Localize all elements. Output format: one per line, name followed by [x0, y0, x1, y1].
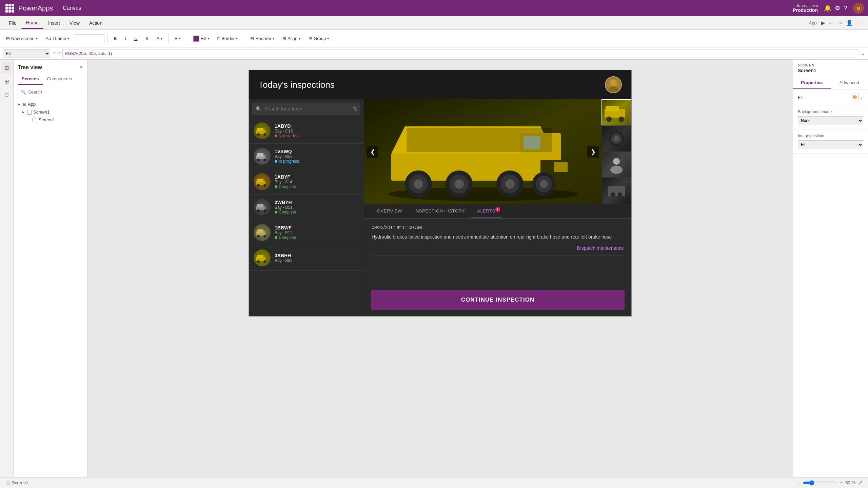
status-dot-1bbwf — [275, 236, 277, 239]
zoom-slider[interactable] — [803, 480, 837, 486]
divider-line — [372, 256, 624, 256]
tree-item-screen1-child[interactable]: Screen1 — [14, 116, 87, 124]
thumb-2[interactable] — [601, 125, 631, 151]
screen1-checkbox[interactable] — [27, 110, 32, 115]
sidebar-icon-data[interactable]: ⊞ — [1, 76, 12, 87]
font-color-button[interactable]: A ▾ — [153, 34, 166, 43]
redo-button[interactable]: ↪ — [837, 20, 842, 26]
tree-item-app[interactable]: ▶ ⊞ App — [14, 100, 87, 108]
bold-button[interactable]: B — [110, 34, 120, 43]
truck-item-1bbwf[interactable]: 1BBWF Bay - F11 Complete — [249, 220, 364, 245]
tab-inspection-history[interactable]: INSPECTION HISTORY — [408, 204, 471, 218]
alert-content: 09/23/2017 at 11:00 AM Hydraulic brakes … — [364, 219, 631, 290]
canvas-area: Today's inspections — [87, 60, 793, 477]
alert-date: 09/23/2017 at 11:00 AM — [372, 225, 624, 230]
fill-paint-icon[interactable]: 🎨 — [851, 94, 859, 101]
font-color-chevron: ▾ — [161, 37, 162, 40]
menu-insert[interactable]: Insert — [43, 18, 65, 28]
panel-screen-name: Screen1 — [793, 67, 868, 77]
tree-item-screen1[interactable]: ▶ Screen1 — [14, 108, 87, 116]
image-pos-select[interactable]: Fit — [798, 140, 863, 149]
italic-button[interactable]: I — [121, 34, 130, 43]
menu-file[interactable]: File — [4, 18, 21, 28]
settings-button[interactable]: ⚙ — [835, 4, 840, 12]
tab-overview[interactable]: OVERVIEW — [371, 204, 408, 218]
panel-tab-advanced[interactable]: Advanced — [831, 77, 868, 89]
tree-search-input[interactable] — [28, 89, 80, 95]
help-button[interactable]: ? — [844, 5, 847, 12]
menu-action[interactable]: Action — [84, 18, 107, 28]
menu-home[interactable]: Home — [21, 17, 43, 29]
undo-button[interactable]: ↩ — [829, 20, 833, 26]
truck-item-1abyd[interactable]: 1ABYD Bay - C15 Not started — [249, 118, 364, 144]
panel-screen-label: SCREEN — [793, 60, 868, 67]
underline-button[interactable]: U — [131, 34, 141, 43]
preview-play-button[interactable]: ▶ — [821, 20, 825, 26]
zoom-minus-button[interactable]: - — [798, 480, 800, 486]
svg-rect-32 — [554, 162, 568, 172]
formula-input[interactable] — [62, 49, 858, 58]
align-items-chevron: ▾ — [299, 37, 300, 40]
sidebar-icon-tree[interactable]: ⊟ — [1, 62, 12, 73]
zoom-controls: - + 50 % ⤢ — [798, 480, 863, 486]
strikethrough-button[interactable]: S̶ — [142, 34, 152, 43]
thumb-4[interactable] — [601, 178, 631, 204]
tree-search-box: 🔍 — [18, 88, 83, 96]
truck-status-2wbyh: Complete — [275, 210, 359, 215]
thumb-3[interactable] — [601, 151, 631, 178]
thumb-1[interactable] — [601, 99, 631, 125]
continue-inspection-button[interactable]: CONTINUE INSPECTION — [371, 290, 625, 310]
truck-item-1vswq[interactable]: 1VSWQ Bay - B52 In progress — [249, 144, 364, 169]
svg-rect-45 — [407, 128, 552, 152]
nav-arrow-right[interactable]: ❯ — [587, 146, 599, 158]
menu-view[interactable]: View — [65, 18, 84, 28]
screen1-child-checkbox[interactable] — [33, 118, 37, 122]
canvas-label: Canvas — [63, 5, 81, 11]
color-picker-box[interactable] — [74, 34, 104, 43]
notification-button[interactable]: 🔔 — [824, 4, 831, 12]
truck-item-2wbyh[interactable]: 2WBYH Bay - B51 Complete — [249, 195, 364, 220]
tab-alerts[interactable]: ALERTS ! — [471, 204, 501, 218]
dispatch-maintenance-link[interactable]: Dispatch maintenance — [577, 245, 624, 251]
truck-search-input[interactable] — [252, 103, 360, 115]
align-items-icon: ⊞ — [282, 36, 286, 41]
tab-screens[interactable]: Screens — [18, 74, 43, 85]
waffle-menu[interactable] — [4, 3, 15, 14]
tab-components[interactable]: Components — [43, 74, 76, 85]
fit-screen-button[interactable]: ⤢ — [858, 480, 863, 486]
truck-item-3abhh[interactable]: 3ABHH Bay - B09 — [249, 245, 364, 271]
close-tree-button[interactable]: × — [79, 64, 83, 71]
user-avatar[interactable]: U — [853, 3, 864, 14]
more-button[interactable]: ··· — [857, 20, 861, 26]
fill-expand-button[interactable]: ⌄ — [860, 95, 863, 100]
group-chevron: ▾ — [327, 37, 329, 40]
alert-message: Hydraulic brakes failed inspection and n… — [372, 233, 624, 241]
truck-id-1abyf: 1ABYF — [275, 174, 359, 180]
bg-image-select[interactable]: None — [798, 116, 863, 125]
zoom-plus-button[interactable]: + — [840, 480, 843, 486]
group-button[interactable]: ⊟ Group ▾ — [305, 34, 332, 43]
panel-bg-image-section: Background image None — [793, 105, 868, 129]
svg-rect-7 — [257, 153, 263, 157]
new-screen-button[interactable]: ⊞ New screen ▾ — [3, 34, 41, 43]
border-button[interactable]: □ Border ▾ — [214, 34, 241, 43]
svg-point-35 — [414, 179, 423, 189]
sidebar-icon-rail: ⊟ ⊞ □ — [0, 60, 14, 477]
fx-icon[interactable]: f — [58, 51, 60, 56]
theme-button[interactable]: Aa Theme ▾ — [42, 34, 73, 43]
sidebar-icon-media[interactable]: □ — [1, 89, 12, 100]
fill-button[interactable]: Fill ▾ — [190, 34, 213, 44]
align-button[interactable]: ≡ ▾ — [172, 34, 184, 43]
reorder-icon: ⊞ — [250, 36, 254, 41]
reorder-button[interactable]: ⊞ Reorder ▾ — [247, 34, 278, 43]
sort-icon[interactable]: ⇅ — [353, 106, 357, 112]
truck-item-1abyf[interactable]: 1ABYF Bay - A14 Complete — [249, 169, 364, 195]
nav-arrow-left[interactable]: ❮ — [367, 146, 378, 158]
share-button[interactable]: 👤 — [846, 20, 853, 26]
app-user-avatar[interactable] — [605, 76, 622, 93]
property-select[interactable]: Fill — [3, 49, 50, 58]
panel-tab-properties[interactable]: Properties — [793, 77, 831, 89]
align-items-button[interactable]: ⊞ Align ▾ — [279, 34, 304, 43]
expand-formula-button[interactable]: ⌄ — [861, 50, 865, 57]
truck-id-1bbwf: 1BBWF — [275, 225, 359, 230]
